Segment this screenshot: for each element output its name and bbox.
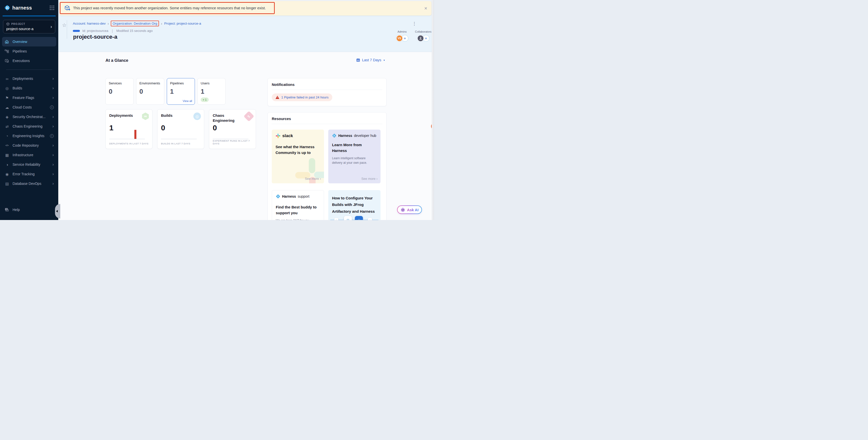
- chevron-down-icon: ▾: [383, 59, 385, 62]
- feature-flags-module-icon: ⚑: [4, 96, 9, 100]
- project-meta: Id: projectsourcea | Modified 15 seconds…: [73, 29, 153, 33]
- sidebar-item-label: Deployments: [12, 76, 33, 81]
- sidebar-item-label: Help: [12, 208, 20, 212]
- favorite-star-icon[interactable]: ☆: [62, 22, 67, 28]
- panel-divider: [272, 124, 382, 124]
- sidebar-item-label: Pipelines: [12, 49, 27, 53]
- sidebar-item-deployments[interactable]: ∞ Deployments ›: [2, 74, 56, 83]
- view-all-link[interactable]: View all: [183, 99, 192, 102]
- harness-logo-icon: [276, 194, 280, 199]
- modified-timestamp: Modified 15 seconds ago: [116, 29, 153, 33]
- resource-card-support[interactable]: Harness support Find the Best buddy to s…: [272, 190, 324, 220]
- brand-suffix: developer hub: [354, 134, 376, 137]
- security-module-icon: ◈: [4, 115, 9, 119]
- resource-headline: Find the Best buddy to support you: [276, 204, 320, 216]
- module-grid-icon[interactable]: [50, 5, 54, 10]
- person-icon: [419, 37, 422, 40]
- chevron-right-icon: ›: [53, 181, 54, 186]
- sidebar-item-help[interactable]: ? Help: [2, 205, 52, 215]
- sidebar-item-infrastructure[interactable]: ▦ Infrastructure ›: [2, 150, 56, 160]
- resources-panel: Resources slack See what the Harness Com…: [268, 112, 386, 220]
- stat-card-environments[interactable]: Environments 0: [136, 78, 164, 105]
- stat-card-users[interactable]: Users 1 + 1: [197, 78, 225, 105]
- sidebar-item-label: Engineering Insights: [12, 134, 44, 138]
- sidebar-item-overview[interactable]: Overview: [2, 37, 56, 46]
- stat-card-pipelines[interactable]: Pipelines 1 View all: [167, 78, 195, 105]
- sidebar-item-code-repository[interactable]: </> Code Repository ›: [2, 140, 56, 150]
- info-icon[interactable]: i: [50, 105, 54, 109]
- see-more-link[interactable]: See more ›: [362, 177, 377, 181]
- sidebar-item-label: Overview: [12, 40, 27, 44]
- sidebar-item-feature-flags[interactable]: ⚑ Feature Flags ›: [2, 93, 56, 102]
- sidebar-nav: Overview Pipelines Executions ∞ Deployme…: [0, 36, 58, 188]
- resource-card-developer-hub[interactable]: Harness developer hub Learn More from Ha…: [328, 130, 380, 183]
- annotation-highlight-box: This project was recently moved from ano…: [60, 2, 275, 14]
- see-more-link[interactable]: See more ›: [305, 177, 321, 181]
- sidebar-item-cloud-costs[interactable]: ☁ Cloud Costs i: [2, 102, 56, 112]
- resource-body: We are here 24/7 for you.: [276, 218, 320, 220]
- sidebar-item-label: Database DevOps: [12, 182, 41, 186]
- pipeline-selected-stage-node: ⍜: [355, 216, 363, 220]
- sidebar-item-security-orchestration[interactable]: ◈ Security Orchestrat... ›: [2, 112, 56, 122]
- breadcrumb: Account: harness-dev › Organization: Des…: [73, 21, 201, 26]
- help-chat-icon: ?: [4, 208, 9, 212]
- chevron-right-icon: ›: [53, 86, 54, 90]
- ask-ai-label: Ask AI: [407, 208, 418, 212]
- metric-caption: EXPERIMENT RUNS IN LAST 7 DAYS: [213, 139, 256, 145]
- close-icon[interactable]: ✕: [424, 6, 428, 11]
- pipeline-failed-notification[interactable]: ! 1 Pipeline failed in past 24 hours: [272, 93, 332, 101]
- harness-logo-icon: [4, 4, 10, 11]
- brand-suffix: support: [298, 194, 309, 198]
- sidebar-item-error-tracking[interactable]: ◉ Error Tracking ›: [2, 169, 56, 179]
- app-root: harness PROJECT project-source-a › Overv…: [0, 0, 434, 220]
- meta-separator: |: [112, 29, 113, 33]
- chevron-right-icon: ›: [53, 124, 54, 129]
- overview-content: At a Glance Last 7 Days ▾ Services 0 Env…: [58, 52, 434, 220]
- calendar-icon: [356, 58, 360, 62]
- breadcrumb-organization[interactable]: Organization: Destination Org: [111, 21, 159, 26]
- chevron-right-icon: ›: [53, 76, 54, 81]
- panel-divider: [272, 90, 382, 90]
- stat-label: Users: [201, 82, 222, 85]
- project-selector[interactable]: PROJECT project-source-a ›: [3, 20, 55, 33]
- resource-card-jfrog[interactable]: How to Configure Your Builds with JFrog …: [328, 190, 380, 220]
- sidebar-item-builds[interactable]: ◎ Builds ›: [2, 83, 56, 93]
- chevron-right-icon: ›: [53, 153, 54, 157]
- stat-label: Pipelines: [170, 82, 192, 85]
- sidebar-collapse-handle[interactable]: [55, 204, 60, 219]
- time-range-picker[interactable]: Last 7 Days ▾: [356, 58, 385, 62]
- admin-avatar[interactable]: VS: [396, 35, 403, 42]
- kebab-menu-icon[interactable]: ⋮: [412, 21, 416, 26]
- info-icon[interactable]: i: [50, 134, 54, 138]
- breadcrumb-separator: ›: [161, 22, 162, 26]
- chevron-right-icon: ›: [53, 172, 54, 176]
- stat-card-services[interactable]: Services 0: [105, 78, 134, 105]
- resource-body: Learn intelligent software delivery at y…: [332, 156, 377, 165]
- notifications-title: Notifications: [268, 78, 386, 87]
- stat-value: 1: [170, 88, 192, 95]
- breadcrumb-project[interactable]: Project: project-source-a: [164, 22, 201, 25]
- metric-card-chaos[interactable]: Chaos Engineering ∿ 0 EXPERIMENT RUNS IN…: [209, 109, 256, 149]
- ask-ai-button[interactable]: Ask AI: [397, 206, 422, 214]
- metric-title: Chaos Engineering: [213, 113, 243, 123]
- sidebar-item-pipelines[interactable]: Pipelines: [2, 46, 56, 56]
- cloud-costs-module-icon: ☁: [4, 105, 9, 109]
- sidebar-item-engineering-insights[interactable]: ◔ Engineering Insights i: [2, 131, 56, 140]
- builds-module-icon: ◎: [4, 86, 9, 90]
- project-selector-value: project-source-a: [6, 27, 52, 31]
- code-module-icon: </>: [4, 145, 9, 147]
- collaborator-avatar[interactable]: [417, 35, 424, 42]
- sidebar-item-chaos-engineering[interactable]: ⇄ Chaos Engineering ›: [2, 122, 56, 131]
- sidebar-item-executions[interactable]: Executions: [2, 56, 56, 66]
- sidebar-item-service-reliability[interactable]: ◑ Service Reliability ›: [2, 160, 56, 169]
- breadcrumb-account[interactable]: Account: harness-dev: [73, 22, 106, 25]
- resource-card-slack[interactable]: slack See what the Harness Community is …: [272, 130, 324, 183]
- sidebar-item-database-devops[interactable]: ▤ Database DevOps ›: [2, 179, 56, 188]
- sidebar-item-label: Cloud Costs: [12, 105, 32, 109]
- sidebar-logo-row: harness: [0, 0, 58, 15]
- project-color-swatch[interactable]: [73, 30, 80, 32]
- metric-card-deployments[interactable]: Deployments ∞ 1 DEPLOYMENTS IN LAST 7 DA…: [105, 109, 152, 149]
- sidebar-divider: [6, 69, 52, 70]
- metric-card-builds[interactable]: Builds ◎ 0 BUILDS IN LAST 7 DAYS: [157, 109, 204, 149]
- scrollbar-track[interactable]: [432, 0, 434, 220]
